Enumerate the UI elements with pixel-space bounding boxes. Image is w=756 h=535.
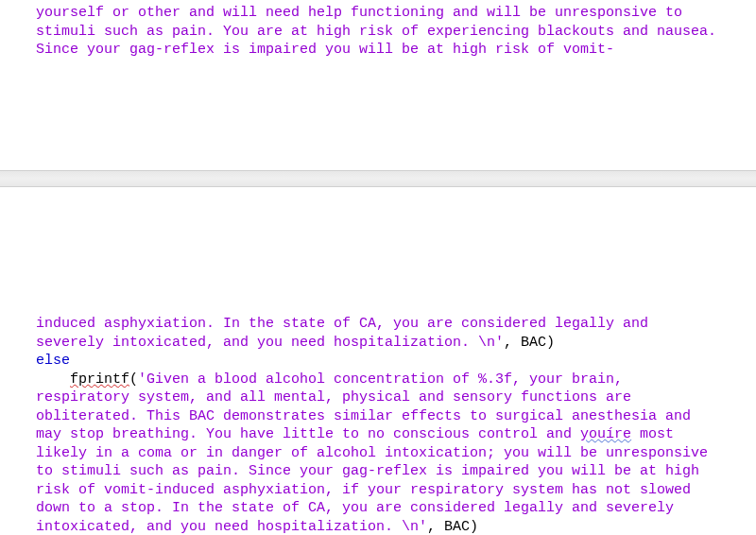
code-fragment-bottom: induced asphyxiation. In the state of CA…	[36, 315, 720, 535]
open-paren: (	[129, 371, 138, 388]
page-bottom: induced asphyxiation. In the state of CA…	[0, 187, 756, 535]
func-fprintf: fprintf	[70, 371, 129, 388]
string-squiggle-word: youíre	[580, 426, 631, 442]
string-literal-2b: most likely in a coma or in danger of al…	[36, 426, 708, 535]
page-top: yourself or other and will need help fun…	[0, 0, 756, 170]
keyword-else: else	[36, 353, 70, 369]
string-continuation: induced asphyxiation. In the state of CA…	[36, 316, 648, 351]
bac-arg-2: , BAC)	[427, 519, 478, 535]
code-fragment-top: yourself or other and will need help fun…	[36, 4, 720, 60]
string-literal-top: yourself or other and will need help fun…	[36, 5, 716, 58]
page-break-divider	[0, 170, 756, 187]
bac-arg-1: , BAC)	[504, 335, 555, 351]
